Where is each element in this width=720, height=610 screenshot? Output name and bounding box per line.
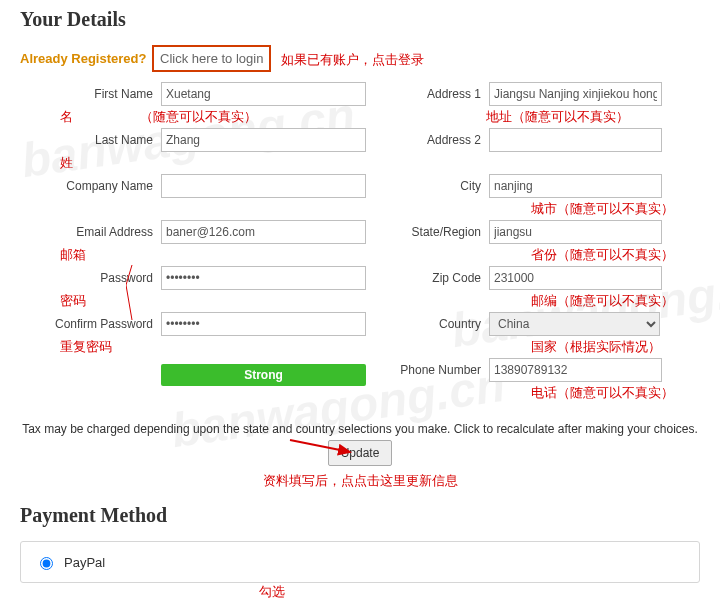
- confirm-password-note: 重复密码: [20, 340, 366, 358]
- first-name-input[interactable]: [161, 82, 366, 106]
- email-note: 邮箱: [20, 248, 366, 266]
- paypal-radio[interactable]: [40, 557, 53, 570]
- update-note: 资料填写后，点点击这里更新信息: [20, 472, 700, 490]
- paypal-option[interactable]: PayPal: [35, 554, 685, 570]
- country-select[interactable]: China: [489, 312, 660, 336]
- last-name-input[interactable]: [161, 128, 366, 152]
- your-details-heading: Your Details: [20, 8, 700, 31]
- already-registered-row: Already Registered? Click here to login …: [20, 45, 700, 72]
- city-label: City: [376, 179, 489, 193]
- password-input[interactable]: [161, 266, 366, 290]
- zip-input[interactable]: [489, 266, 662, 290]
- city-note: 城市 （随意可以不真实）: [376, 202, 700, 220]
- address1-input[interactable]: [489, 82, 662, 106]
- login-link[interactable]: Click here to login: [152, 45, 271, 72]
- country-note: 国家 （根据实际情况）: [376, 340, 700, 358]
- zip-note: 邮编 （随意可以不真实）: [376, 294, 700, 312]
- country-label: Country: [376, 317, 489, 331]
- tax-notice: Tax may be charged depending upon the st…: [20, 422, 700, 436]
- phone-label: Phone Number: [376, 363, 489, 377]
- gouxuan-note: 勾选: [0, 583, 612, 601]
- address1-note: 地址 （随意可以不真实）: [376, 110, 700, 128]
- address1-label: Address 1: [376, 87, 489, 101]
- state-note: 省份 （随意可以不真实）: [376, 248, 700, 266]
- paypal-label: PayPal: [64, 555, 105, 570]
- password-label: Password: [20, 271, 161, 285]
- company-label: Company Name: [20, 179, 161, 193]
- last-name-label: Last Name: [20, 133, 161, 147]
- address2-input[interactable]: [489, 128, 662, 152]
- zip-label: Zip Code: [376, 271, 489, 285]
- login-note: 如果已有账户，点击登录: [281, 52, 424, 67]
- confirm-password-label: Confirm Password: [20, 317, 161, 331]
- company-input[interactable]: [161, 174, 366, 198]
- phone-note: 电话 （随意可以不真实）: [376, 386, 700, 404]
- payment-box: PayPal: [20, 541, 700, 583]
- payment-method-heading: Payment Method: [20, 504, 700, 527]
- state-input[interactable]: [489, 220, 662, 244]
- confirm-password-input[interactable]: [161, 312, 366, 336]
- phone-input[interactable]: [489, 358, 662, 382]
- first-name-note: 名 （随意可以不真实）: [20, 110, 366, 128]
- update-button[interactable]: Update: [328, 440, 393, 466]
- email-input[interactable]: [161, 220, 366, 244]
- city-input[interactable]: [489, 174, 662, 198]
- first-name-label: First Name: [20, 87, 161, 101]
- already-registered-label[interactable]: Already Registered?: [20, 51, 146, 66]
- address2-label: Address 2: [376, 133, 489, 147]
- password-strength: Strong: [161, 364, 366, 386]
- password-note: 密码: [20, 294, 366, 312]
- last-name-note: 姓: [20, 156, 366, 174]
- email-label: Email Address: [20, 225, 161, 239]
- state-label: State/Region: [376, 225, 489, 239]
